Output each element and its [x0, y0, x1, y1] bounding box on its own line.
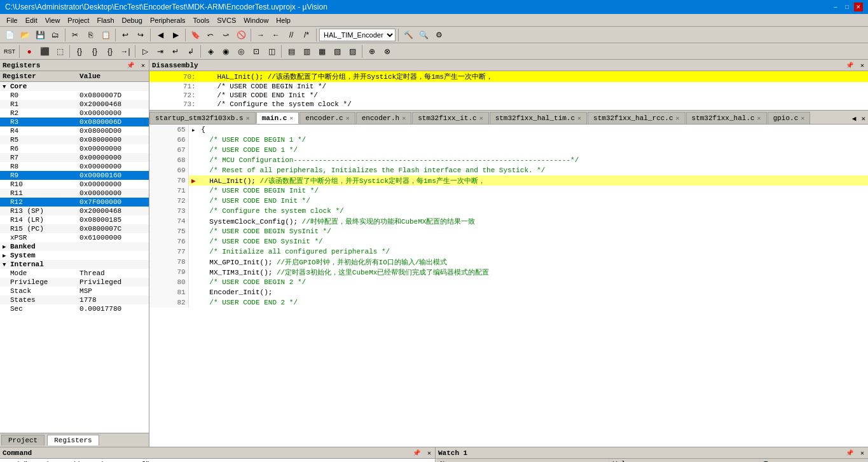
save-button[interactable]: 💾	[33, 28, 47, 42]
register-row-r6[interactable]: R60x00000000	[0, 144, 149, 153]
register-row-r8[interactable]: R80x00000000	[0, 162, 149, 171]
register-row-privilege[interactable]: PrivilegePrivileged	[0, 278, 149, 287]
menu-peripherals[interactable]: Peripherals	[146, 15, 189, 25]
cut-button[interactable]: ✂	[68, 28, 82, 42]
unindent-button[interactable]: ←	[269, 28, 283, 42]
block3-button[interactable]: {}	[103, 44, 117, 58]
register-row-r11[interactable]: R110x00000000	[0, 189, 149, 198]
menu-tools[interactable]: Tools	[189, 15, 214, 25]
close-button[interactable]: ✕	[854, 3, 863, 11]
settings-button[interactable]: ⚙	[432, 28, 446, 42]
new-file-button[interactable]: 📄	[3, 28, 17, 42]
maximize-button[interactable]: □	[843, 3, 851, 11]
paste-button[interactable]: 📋	[99, 28, 113, 42]
register-row-sec[interactable]: Sec0.00017780	[0, 304, 149, 313]
save-all-button[interactable]: 🗂	[48, 28, 62, 42]
register-row-stack[interactable]: StackMSP	[0, 287, 149, 296]
register-row-xpsr[interactable]: xPSR0x61000000	[0, 233, 149, 242]
register-row-r14[interactable]: R14 (LR)0x08000185	[0, 215, 149, 224]
tab-close-startup[interactable]: ✕	[246, 114, 250, 122]
tab-stm32-it[interactable]: stm32f1xx_it.c ✕	[412, 112, 488, 124]
tab-close-stm32-hal[interactable]: ✕	[757, 114, 761, 122]
comment-button[interactable]: //	[284, 28, 298, 42]
undo-button[interactable]: ↩	[118, 28, 132, 42]
tab-startup[interactable]: startup_stm32f103xb.s ✕	[149, 112, 256, 124]
tab-scroll-left[interactable]: ◀	[850, 113, 859, 124]
function-selector[interactable]: HAL_TIM_Encoder	[319, 29, 396, 41]
registers-close-button[interactable]: ✕	[140, 62, 146, 69]
menu-view[interactable]: View	[41, 15, 64, 25]
block2-button[interactable]: {}	[88, 44, 102, 58]
register-row-r5[interactable]: R50x08000000	[0, 135, 149, 144]
dbg-mem1[interactable]: ▤	[284, 44, 298, 58]
register-row-r9[interactable]: R90x00000160	[0, 171, 149, 180]
tab-stm32-hal-rcc[interactable]: stm32f1xx_hal_rcc.c ✕	[588, 112, 685, 124]
register-row-states[interactable]: States1778	[0, 296, 149, 304]
bookmark-clear[interactable]: 🚫	[234, 28, 248, 42]
register-row-r13[interactable]: R13 (SP)0x20000468	[0, 207, 149, 215]
menu-file[interactable]: File	[3, 15, 22, 25]
registers-tab[interactable]: Registers	[47, 435, 99, 445]
open-button[interactable]: 📂	[18, 28, 32, 42]
tab-encoder-h[interactable]: encoder.h ✕	[356, 112, 411, 124]
search-button[interactable]: 🔍	[417, 28, 431, 42]
step-button[interactable]: ⬚	[53, 44, 67, 58]
bookmark-prev[interactable]: ⤺	[203, 28, 217, 42]
internal-expand-icon[interactable]: ▼	[3, 262, 6, 268]
bookmark-button[interactable]: 🔖	[188, 28, 202, 42]
menu-project[interactable]: Project	[64, 15, 93, 25]
debug-btn3[interactable]: ↵	[169, 44, 183, 58]
nav-back-button[interactable]: ◀	[153, 28, 167, 42]
debug-btn4[interactable]: ↲	[184, 44, 198, 58]
copy-button[interactable]: ⎘	[83, 28, 97, 42]
menu-edit[interactable]: Edit	[22, 15, 41, 25]
register-row-r1[interactable]: R10x20000468	[0, 100, 149, 109]
dbg-extra2[interactable]: ◉	[219, 44, 233, 58]
bookmark-next[interactable]: ⤻	[219, 28, 233, 42]
register-row-r3[interactable]: R30x0800006D	[0, 118, 149, 126]
tab-encoder-c[interactable]: encoder.c ✕	[300, 112, 355, 124]
dbg-mem4[interactable]: ▧	[330, 44, 344, 58]
tab-close-gpio-c[interactable]: ✕	[801, 114, 804, 122]
dbg-mem2[interactable]: ▥	[300, 44, 313, 58]
watch-close-button[interactable]: ✕	[859, 450, 865, 457]
tab-close-stm32-hal-tim[interactable]: ✕	[577, 114, 581, 122]
tab-close-encoder-c[interactable]: ✕	[346, 114, 350, 122]
tab-gpio-c[interactable]: gpio.c ✕	[768, 112, 811, 124]
watch-pin-button[interactable]: 📌	[844, 450, 855, 457]
command-close-button[interactable]: ✕	[426, 450, 432, 457]
tab-stm32-hal[interactable]: stm32f1xx_hal.c ✕	[686, 112, 767, 124]
menu-help[interactable]: Help	[272, 15, 294, 25]
tab-stm32-hal-tim[interactable]: stm32f1xx_hal_tim.c ✕	[490, 112, 587, 124]
disassembly-pin-button[interactable]: 📌	[844, 62, 855, 69]
nav-forward-button[interactable]: ▶	[169, 28, 183, 42]
banked-expand-icon[interactable]: ▶	[3, 244, 6, 250]
block1-button[interactable]: {}	[72, 44, 86, 58]
register-row-r2[interactable]: R20x00000000	[0, 109, 149, 118]
command-pin-button[interactable]: 📌	[411, 450, 422, 457]
disassembly-close-button[interactable]: ✕	[859, 62, 865, 69]
register-row-r15[interactable]: R15 (PC)0x0800007C	[0, 224, 149, 233]
register-row-r12[interactable]: R120x7F000000	[0, 198, 149, 207]
tab-close-encoder-h[interactable]: ✕	[402, 114, 406, 122]
menu-window[interactable]: Window	[240, 15, 272, 25]
tab-close-stm32-hal-rcc[interactable]: ✕	[676, 114, 680, 122]
system-expand-icon[interactable]: ▶	[3, 253, 6, 259]
menu-flash[interactable]: Flash	[93, 15, 118, 25]
run-button[interactable]: ●	[22, 44, 36, 58]
dbg-extra3[interactable]: ◎	[234, 44, 248, 58]
uncomment-button[interactable]: /*	[300, 28, 313, 42]
code-editor[interactable]: 65 ▸ { 66 /* USER CODE BEGIN 1 */ 67 /* …	[149, 125, 868, 447]
menu-debug[interactable]: Debug	[118, 15, 146, 25]
register-row-r10[interactable]: R100x00000000	[0, 180, 149, 189]
step-over-button[interactable]: →|	[118, 44, 132, 58]
tab-close-stm32-it[interactable]: ✕	[479, 114, 483, 122]
reset-button[interactable]: RST	[3, 44, 17, 58]
redo-button[interactable]: ↪	[134, 28, 148, 42]
debug-btn1[interactable]: ▷	[138, 44, 152, 58]
menu-svcs[interactable]: SVCS	[213, 15, 240, 25]
debug-btn2[interactable]: ⇥	[153, 44, 167, 58]
minimize-button[interactable]: –	[831, 3, 840, 11]
project-tab[interactable]: Project	[1, 435, 45, 445]
dbg-extra-a[interactable]: ⊕	[365, 44, 379, 58]
